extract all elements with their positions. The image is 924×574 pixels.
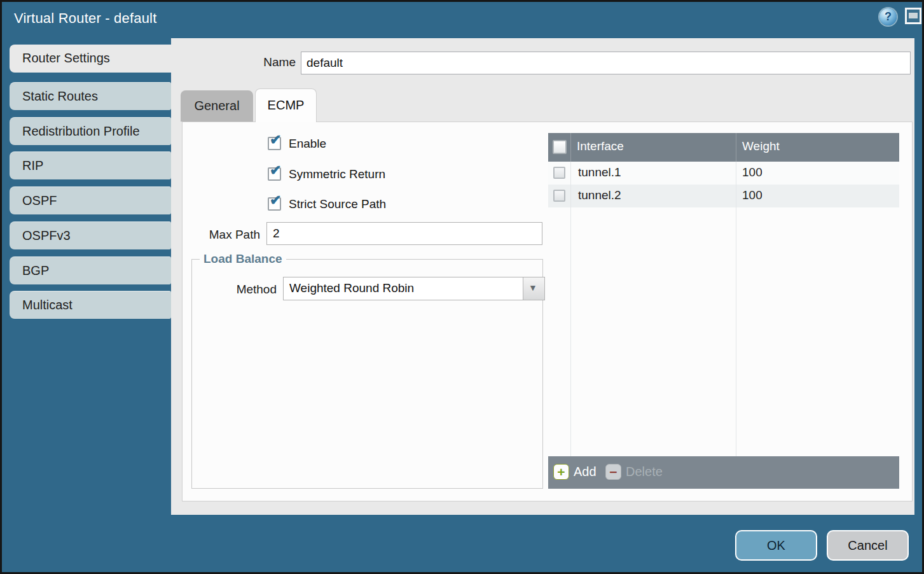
table-row[interactable]: tunnel.2 100 — [548, 185, 899, 207]
column-divider — [570, 162, 571, 456]
enable-checkbox[interactable]: ✔ — [268, 137, 281, 150]
weight-cell: 100 — [742, 165, 762, 179]
name-label: Name — [218, 55, 296, 69]
max-path-label: Max Path — [189, 228, 260, 242]
add-button[interactable]: + Add — [553, 464, 601, 480]
ecmp-tab-panel: ✔ Enable ✔ Symmetric Return ✔ Strict Sou… — [182, 122, 913, 501]
chevron-down-icon: ▼ — [528, 283, 537, 293]
sidebar-item-multicast[interactable]: Multicast — [10, 291, 171, 319]
symmetric-return-label: Symmetric Return — [289, 167, 385, 181]
load-balance-group: Load Balance Method Weighted Round Robin… — [191, 259, 543, 489]
method-selected-value: Weighted Round Robin — [289, 281, 414, 295]
tab-ecmp[interactable]: ECMP — [255, 88, 317, 122]
sidebar-item-rip[interactable]: RIP — [10, 151, 171, 179]
delete-button-label: Delete — [626, 465, 663, 479]
sidebar-item-bgp[interactable]: BGP — [10, 256, 171, 284]
help-icon[interactable]: ? — [879, 8, 897, 25]
weight-column-header[interactable]: Weight — [742, 139, 780, 153]
check-icon: ✔ — [270, 133, 281, 147]
method-label: Method — [205, 283, 277, 297]
restore-window-icon-inner — [909, 13, 918, 18]
weight-cell: 100 — [742, 188, 762, 202]
sidebar-item-static-routes[interactable]: Static Routes — [10, 82, 171, 110]
interface-cell: tunnel.2 — [578, 188, 621, 202]
sidebar-item-redistribution-profile[interactable]: Redistribution Profile — [10, 117, 171, 145]
method-dropdown-button[interactable]: ▼ — [523, 277, 544, 300]
title-bar: Virtual Router - default ? — [4, 2, 920, 36]
table-footer: + Add − Delete — [548, 456, 899, 489]
add-button-label: Add — [574, 465, 596, 479]
column-divider — [570, 133, 571, 162]
restore-window-icon[interactable] — [905, 8, 921, 24]
enable-label: Enable — [289, 137, 326, 151]
sidebar-item-ospfv3[interactable]: OSPFv3 — [10, 221, 171, 249]
table-row[interactable]: tunnel.1 100 — [548, 162, 899, 185]
check-icon: ✔ — [270, 193, 281, 207]
max-path-input[interactable] — [266, 222, 542, 245]
name-input[interactable] — [301, 52, 911, 74]
column-divider — [736, 133, 736, 162]
column-divider — [736, 162, 736, 456]
cancel-button[interactable]: Cancel — [827, 530, 909, 561]
add-icon: + — [553, 464, 569, 480]
tab-general[interactable]: General — [181, 90, 253, 122]
method-dropdown[interactable]: Weighted Round Robin ▼ — [283, 277, 545, 300]
select-all-checkbox[interactable] — [553, 140, 567, 154]
dialog-title: Virtual Router - default — [14, 10, 157, 27]
interface-column-header[interactable]: Interface — [577, 139, 624, 153]
row-checkbox[interactable] — [553, 190, 565, 202]
strict-source-path-checkbox[interactable]: ✔ — [268, 197, 281, 211]
strict-source-path-label: Strict Source Path — [289, 197, 386, 211]
interface-cell: tunnel.1 — [578, 165, 621, 179]
sidebar-item-ospf[interactable]: OSPF — [10, 186, 171, 214]
row-checkbox[interactable] — [553, 167, 565, 179]
sidebar-item-router-settings[interactable]: Router Settings — [10, 45, 172, 73]
load-balance-legend: Load Balance — [200, 252, 286, 266]
delete-icon: − — [605, 464, 621, 480]
symmetric-return-checkbox[interactable]: ✔ — [268, 167, 281, 181]
check-icon: ✔ — [270, 164, 281, 178]
ok-button[interactable]: OK — [735, 530, 817, 561]
delete-button[interactable]: − Delete — [605, 464, 666, 480]
table-header: Interface Weight — [548, 133, 899, 162]
virtual-router-dialog: Virtual Router - default ? Router Settin… — [0, 0, 924, 574]
interface-table: Interface Weight tunnel.1 100 tunnel.2 1… — [548, 133, 899, 489]
